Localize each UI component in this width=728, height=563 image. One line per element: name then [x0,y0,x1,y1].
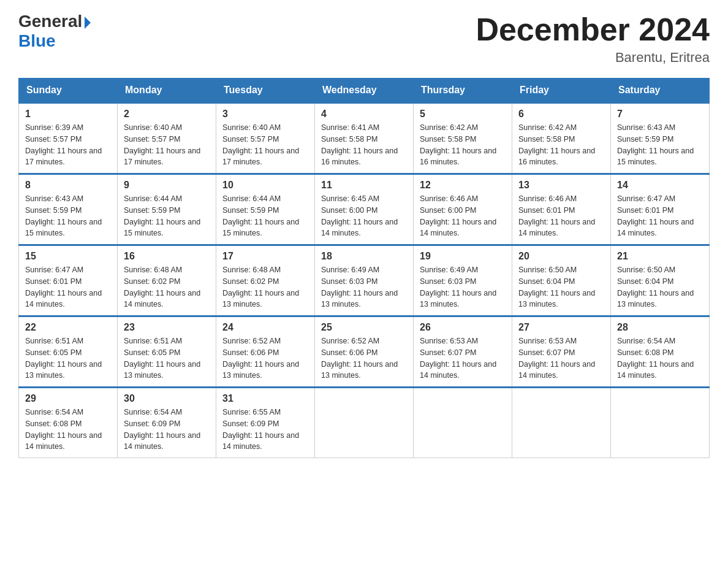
day-number: 12 [420,180,506,191]
day-info: Sunrise: 6:47 AM Sunset: 6:01 PM Dayligh… [25,264,111,310]
day-number: 9 [124,180,210,191]
day-number: 5 [420,109,506,120]
calendar-day-cell: 25 Sunrise: 6:52 AM Sunset: 6:06 PM Dayl… [315,316,414,388]
location: Barentu, Eritrea [476,50,710,66]
calendar-day-cell: 10 Sunrise: 6:44 AM Sunset: 5:59 PM Dayl… [216,174,315,245]
day-number: 25 [321,322,407,333]
day-info: Sunrise: 6:42 AM Sunset: 5:58 PM Dayligh… [518,122,604,168]
day-info: Sunrise: 6:55 AM Sunset: 6:09 PM Dayligh… [222,407,308,453]
day-number: 16 [124,251,210,262]
day-info: Sunrise: 6:49 AM Sunset: 6:03 PM Dayligh… [420,264,506,310]
day-number: 23 [124,322,210,333]
calendar-day-cell [414,388,512,458]
day-number: 8 [25,180,111,191]
day-info: Sunrise: 6:50 AM Sunset: 6:04 PM Dayligh… [617,264,703,310]
day-of-week-header: Saturday [611,79,710,103]
day-info: Sunrise: 6:40 AM Sunset: 5:57 PM Dayligh… [124,122,210,168]
calendar-day-cell: 28 Sunrise: 6:54 AM Sunset: 6:08 PM Dayl… [611,316,710,388]
day-info: Sunrise: 6:51 AM Sunset: 6:05 PM Dayligh… [124,335,210,381]
day-number: 27 [518,322,604,333]
day-of-week-header: Wednesday [315,79,414,103]
day-number: 18 [321,251,407,262]
day-number: 3 [222,109,308,120]
day-number: 24 [222,322,308,333]
day-info: Sunrise: 6:46 AM Sunset: 6:00 PM Dayligh… [420,193,506,239]
calendar-week-row: 29 Sunrise: 6:54 AM Sunset: 6:08 PM Dayl… [19,388,710,458]
calendar-day-cell: 16 Sunrise: 6:48 AM Sunset: 6:02 PM Dayl… [118,245,216,316]
calendar-day-cell: 2 Sunrise: 6:40 AM Sunset: 5:57 PM Dayli… [118,103,216,174]
calendar-day-cell: 5 Sunrise: 6:42 AM Sunset: 5:58 PM Dayli… [414,103,512,174]
calendar-day-cell: 22 Sunrise: 6:51 AM Sunset: 6:05 PM Dayl… [19,316,118,388]
day-info: Sunrise: 6:40 AM Sunset: 5:57 PM Dayligh… [222,122,308,168]
calendar-day-cell: 26 Sunrise: 6:53 AM Sunset: 6:07 PM Dayl… [414,316,512,388]
month-title: December 2024 [476,12,710,47]
day-info: Sunrise: 6:49 AM Sunset: 6:03 PM Dayligh… [321,264,407,310]
day-number: 31 [222,393,308,404]
calendar-day-cell: 19 Sunrise: 6:49 AM Sunset: 6:03 PM Dayl… [414,245,512,316]
calendar-day-cell [512,388,611,458]
day-number: 28 [617,322,703,333]
calendar-day-cell: 24 Sunrise: 6:52 AM Sunset: 6:06 PM Dayl… [216,316,315,388]
day-info: Sunrise: 6:39 AM Sunset: 5:57 PM Dayligh… [25,122,111,168]
calendar-day-cell [611,388,710,458]
calendar-day-cell: 17 Sunrise: 6:48 AM Sunset: 6:02 PM Dayl… [216,245,315,316]
day-info: Sunrise: 6:44 AM Sunset: 5:59 PM Dayligh… [124,193,210,239]
calendar-day-cell [315,388,414,458]
day-info: Sunrise: 6:45 AM Sunset: 6:00 PM Dayligh… [321,193,407,239]
calendar-day-cell: 6 Sunrise: 6:42 AM Sunset: 5:58 PM Dayli… [512,103,611,174]
calendar-day-cell: 21 Sunrise: 6:50 AM Sunset: 6:04 PM Dayl… [611,245,710,316]
day-info: Sunrise: 6:52 AM Sunset: 6:06 PM Dayligh… [321,335,407,381]
day-info: Sunrise: 6:41 AM Sunset: 5:58 PM Dayligh… [321,122,407,168]
day-info: Sunrise: 6:52 AM Sunset: 6:06 PM Dayligh… [222,335,308,381]
calendar-header: SundayMondayTuesdayWednesdayThursdayFrid… [19,79,710,103]
logo-text: General [18,12,91,31]
day-of-week-header: Thursday [414,79,512,103]
day-info: Sunrise: 6:43 AM Sunset: 5:59 PM Dayligh… [25,193,111,239]
day-info: Sunrise: 6:50 AM Sunset: 6:04 PM Dayligh… [518,264,604,310]
calendar-week-row: 22 Sunrise: 6:51 AM Sunset: 6:05 PM Dayl… [19,316,710,388]
calendar-week-row: 1 Sunrise: 6:39 AM Sunset: 5:57 PM Dayli… [19,103,710,174]
day-number: 13 [518,180,604,191]
day-number: 15 [25,251,111,262]
calendar-day-cell: 15 Sunrise: 6:47 AM Sunset: 6:01 PM Dayl… [19,245,118,316]
title-block: December 2024 Barentu, Eritrea [476,12,710,66]
day-number: 22 [25,322,111,333]
day-number: 30 [124,393,210,404]
day-number: 21 [617,251,703,262]
day-info: Sunrise: 6:53 AM Sunset: 6:07 PM Dayligh… [420,335,506,381]
day-number: 19 [420,251,506,262]
day-number: 1 [25,109,111,120]
calendar-day-cell: 30 Sunrise: 6:54 AM Sunset: 6:09 PM Dayl… [118,388,216,458]
day-number: 20 [518,251,604,262]
day-number: 2 [124,109,210,120]
day-number: 14 [617,180,703,191]
day-number: 17 [222,251,308,262]
logo: General Blue [18,12,91,51]
calendar-day-cell: 11 Sunrise: 6:45 AM Sunset: 6:00 PM Dayl… [315,174,414,245]
calendar-day-cell: 3 Sunrise: 6:40 AM Sunset: 5:57 PM Dayli… [216,103,315,174]
calendar-day-cell: 9 Sunrise: 6:44 AM Sunset: 5:59 PM Dayli… [118,174,216,245]
day-info: Sunrise: 6:48 AM Sunset: 6:02 PM Dayligh… [222,264,308,310]
day-of-week-header: Monday [118,79,216,103]
day-info: Sunrise: 6:48 AM Sunset: 6:02 PM Dayligh… [124,264,210,310]
calendar-day-cell: 14 Sunrise: 6:47 AM Sunset: 6:01 PM Dayl… [611,174,710,245]
day-info: Sunrise: 6:44 AM Sunset: 5:59 PM Dayligh… [222,193,308,239]
calendar-day-cell: 20 Sunrise: 6:50 AM Sunset: 6:04 PM Dayl… [512,245,611,316]
calendar-day-cell: 12 Sunrise: 6:46 AM Sunset: 6:00 PM Dayl… [414,174,512,245]
day-info: Sunrise: 6:54 AM Sunset: 6:08 PM Dayligh… [25,407,111,453]
day-of-week-header: Tuesday [216,79,315,103]
day-info: Sunrise: 6:47 AM Sunset: 6:01 PM Dayligh… [617,193,703,239]
day-info: Sunrise: 6:42 AM Sunset: 5:58 PM Dayligh… [420,122,506,168]
day-info: Sunrise: 6:43 AM Sunset: 5:59 PM Dayligh… [617,122,703,168]
day-number: 29 [25,393,111,404]
calendar-table: SundayMondayTuesdayWednesdayThursdayFrid… [18,78,710,458]
calendar-day-cell: 4 Sunrise: 6:41 AM Sunset: 5:58 PM Dayli… [315,103,414,174]
day-number: 7 [617,109,703,120]
day-info: Sunrise: 6:53 AM Sunset: 6:07 PM Dayligh… [518,335,604,381]
day-info: Sunrise: 6:54 AM Sunset: 6:08 PM Dayligh… [617,335,703,381]
day-info: Sunrise: 6:51 AM Sunset: 6:05 PM Dayligh… [25,335,111,381]
day-number: 4 [321,109,407,120]
calendar-day-cell: 8 Sunrise: 6:43 AM Sunset: 5:59 PM Dayli… [19,174,118,245]
day-info: Sunrise: 6:54 AM Sunset: 6:09 PM Dayligh… [124,407,210,453]
day-number: 10 [222,180,308,191]
